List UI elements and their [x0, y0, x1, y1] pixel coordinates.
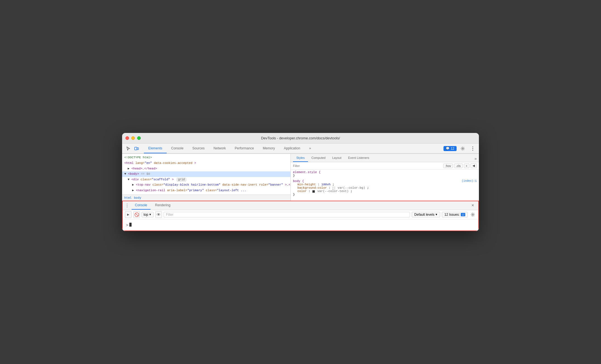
issues-text: 12 Issues: [444, 213, 460, 217]
tab-network[interactable]: Network [209, 144, 230, 153]
breadcrumb-body[interactable]: body [134, 196, 142, 200]
tab-memory[interactable]: Memory [258, 144, 279, 153]
issues-badge[interactable]: 💬 12 [444, 146, 457, 151]
tag-text: <html [124, 161, 134, 165]
list-item[interactable]: ▼ <div class="scaffold" > grid [122, 177, 290, 183]
tab-sources[interactable]: Sources [188, 144, 209, 153]
list-item[interactable]: ▼ <body> == $0 [122, 171, 290, 177]
main-tab-bar: Elements Console Sources Network Perform… [144, 144, 316, 153]
devtools-body: Elements Console Sources Network Perform… [122, 144, 479, 231]
context-selector[interactable]: top ▼ [142, 212, 154, 217]
devtools-window: DevTools - developer.chrome.com/docs/dev… [122, 133, 479, 231]
console-content[interactable]: > [123, 219, 478, 230]
tab-computed[interactable]: Computed [308, 154, 329, 162]
chevron-down-icon-2: ▼ [435, 213, 438, 216]
style-prop: color [297, 190, 307, 193]
color-swatch-2[interactable] [312, 190, 315, 193]
styles-panel: Styles Computed Layout Event Listeners »… [291, 154, 479, 200]
svg-point-5 [472, 150, 473, 151]
svg-rect-1 [137, 148, 139, 150]
log-levels-selector[interactable]: Default levels ▼ [412, 212, 440, 217]
list-item[interactable]: ▶ <top-nav class="display-block hairline… [122, 182, 290, 188]
console-prompt: > [124, 222, 477, 228]
console-drawer: ⋮ Console Rendering × ▶ 🚫 top ▼ 👁 [122, 201, 479, 231]
styles-filter-input[interactable] [293, 164, 441, 168]
device-toggle-icon[interactable] [133, 145, 140, 152]
tab-layout[interactable]: Layout [329, 154, 345, 162]
tab-elements[interactable]: Elements [144, 144, 167, 153]
breadcrumb-html[interactable]: html [124, 196, 132, 200]
traffic-lights [125, 136, 141, 140]
style-val: 100vh [321, 183, 331, 186]
breadcrumb: html body [122, 195, 290, 201]
svg-point-6 [472, 214, 474, 215]
close-drawer-button[interactable]: × [469, 202, 476, 209]
console-filter-input[interactable] [164, 212, 410, 217]
style-source[interactable]: (index):1 [462, 179, 477, 183]
style-val: var(--color-text) [317, 190, 348, 193]
styles-content: element.style { } (index):1 body { [291, 169, 479, 200]
svg-point-4 [472, 148, 473, 149]
svg-point-2 [462, 148, 464, 149]
styles-filter-bar: :hov .cls + ◀ [291, 162, 479, 169]
tab-application[interactable]: Application [279, 144, 305, 153]
console-settings-icon[interactable] [469, 211, 476, 218]
issues-chat-icon: 💬 [446, 147, 450, 150]
clear-console-button[interactable]: 🚫 [133, 211, 140, 218]
tab-event-listeners[interactable]: Event Listeners [345, 154, 373, 162]
doctype-text: <!DOCTYPE html> [124, 156, 152, 159]
tab-performance[interactable]: Performance [230, 144, 258, 153]
style-val: var(--color-bg) [338, 186, 365, 190]
list-item[interactable]: ▶ <navigation-rail aria-label="primary" … [122, 188, 290, 193]
style-selector-body[interactable]: body { [293, 179, 304, 183]
add-style-button[interactable]: + [464, 164, 469, 168]
filter-buttons: :hov .cls + ◀ [443, 163, 477, 168]
settings-icon[interactable] [459, 145, 467, 152]
style-prop: background-color [297, 186, 327, 190]
tab-rendering[interactable]: Rendering [152, 201, 174, 210]
tab-console-drawer[interactable]: Console [132, 201, 151, 210]
tab-more[interactable]: » [305, 144, 316, 153]
more-options-icon[interactable] [469, 145, 477, 152]
prompt-arrow: > [126, 223, 128, 227]
tab-console[interactable]: Console [167, 144, 188, 153]
main-toolbar: Elements Console Sources Network Perform… [122, 144, 479, 154]
prompt-cursor [129, 223, 132, 227]
console-issues-count[interactable]: 12 Issues: 12 [442, 212, 468, 217]
svg-rect-0 [135, 147, 137, 150]
minimize-button[interactable] [131, 136, 135, 140]
cls-button[interactable]: .cls [454, 164, 463, 168]
style-selector[interactable]: element.style { [293, 171, 321, 174]
chevron-down-icon: ▼ [149, 213, 152, 216]
list-item[interactable]: <!DOCTYPE html> [122, 155, 290, 161]
list-item[interactable]: ▶ <head>…</head> [122, 166, 290, 172]
main-area: <!DOCTYPE html> <html lang="en" data-coo… [122, 154, 479, 200]
list-item[interactable]: <html lang="en" data-cookies-accepted > [122, 161, 290, 166]
maximize-button[interactable] [137, 136, 141, 140]
issues-icon: 12 [461, 213, 465, 216]
tab-styles[interactable]: Styles [293, 154, 308, 162]
elements-panel: <!DOCTYPE html> <html lang="en" data-coo… [122, 154, 291, 200]
svg-point-3 [472, 146, 473, 147]
title-bar: DevTools - developer.chrome.com/docs/dev… [122, 133, 479, 144]
live-expressions-button[interactable]: 👁 [155, 211, 162, 218]
hov-button[interactable]: :hov [443, 164, 453, 168]
styles-tab-more[interactable]: » [474, 156, 477, 162]
elements-content[interactable]: <!DOCTYPE html> <html lang="en" data-coo… [122, 154, 290, 194]
console-dots-menu[interactable]: ⋮ [125, 203, 129, 208]
cursor-icon[interactable] [124, 145, 132, 152]
styles-tab-bar: Styles Computed Layout Event Listeners » [291, 154, 479, 162]
style-prop: min-height [297, 183, 316, 186]
toolbar-icons [124, 145, 140, 152]
style-closing-brace-2: } [293, 193, 295, 196]
style-rule-element: element.style { } [293, 171, 477, 177]
toggle-sidebar-button[interactable]: ◀ [471, 163, 477, 168]
grid-badge[interactable]: grid [177, 178, 186, 181]
close-button[interactable] [125, 136, 129, 140]
color-swatch[interactable] [332, 187, 335, 190]
default-levels-label: Default levels [414, 213, 434, 217]
execute-context-button[interactable]: ▶ [125, 211, 132, 218]
console-header: ⋮ Console Rendering × [123, 201, 478, 210]
style-rule-body: (index):1 body { min-height : 100vh ; ba… [293, 179, 477, 196]
style-closing-brace: } [293, 174, 295, 177]
